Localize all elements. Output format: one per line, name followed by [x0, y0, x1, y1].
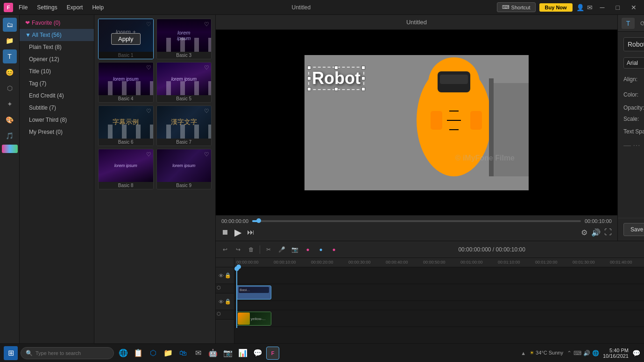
category-subtitle[interactable]: Subtitle (7) — [20, 102, 94, 114]
grid-item-basic9[interactable]: lorem ipsum ♡ Basic 9 — [156, 149, 212, 189]
toolbar-filter-icon[interactable]: ⬡ — [3, 81, 17, 95]
step-forward-icon[interactable]: ⏭ — [247, 228, 255, 237]
clip-video[interactable]: yellow-... — [236, 312, 271, 326]
menu-help[interactable]: Help — [90, 3, 106, 12]
menu-settings[interactable]: Settings — [35, 3, 59, 12]
favorite-icon-basic5[interactable]: ♡ — [204, 64, 209, 71]
taskbar-filme-icon[interactable]: F — [266, 347, 279, 360]
font-select[interactable]: Arial ▼ — [623, 57, 644, 69]
toolbar-effect-icon[interactable]: ✦ — [3, 97, 17, 111]
toolbar-emoji-icon[interactable]: 😊 — [3, 65, 17, 79]
up-arrow-icon[interactable]: ▲ — [521, 350, 526, 356]
chevron-icon[interactable]: ⌃ — [567, 350, 572, 356]
taskbar-photo-icon[interactable]: 📷 — [221, 347, 234, 360]
delete-icon[interactable]: 🗑 — [246, 244, 257, 255]
grid-item-basic4[interactable]: lorem ipsum ♡ Basic 4 — [98, 62, 154, 103]
taskbar-edge-icon[interactable]: ⬡ — [147, 347, 160, 360]
network-icon[interactable]: 🌐 — [592, 350, 599, 356]
marker-icon[interactable]: ● — [315, 244, 326, 255]
text-name-input[interactable] — [623, 37, 644, 51]
apply-button[interactable]: Apply — [111, 33, 141, 45]
favorite-icon-basic8[interactable]: ♡ — [146, 151, 151, 158]
camera-icon[interactable]: 📷 — [289, 244, 300, 255]
category-favorite[interactable]: ❤ Favorite (0) — [20, 17, 94, 29]
favorite-icon-basic6[interactable]: ♡ — [146, 108, 151, 114]
settings-icon[interactable]: ⚙ — [581, 228, 587, 237]
grid-item-basic5[interactable]: lorem ipsum ♡ Basic 5 — [156, 62, 212, 103]
maximize-button[interactable]: □ — [612, 4, 623, 11]
shortcut-button[interactable]: ⌨ Shortcut — [497, 2, 536, 12]
cut-icon[interactable]: ✂ — [263, 244, 274, 255]
category-tag[interactable]: Tag (7) — [20, 77, 94, 90]
favorite-icon-basic9[interactable]: ♡ — [204, 151, 209, 158]
favorite-icon-basic3[interactable]: ♡ — [204, 21, 209, 28]
category-my-preset[interactable]: My Preset (0) — [20, 126, 94, 138]
progress-bar[interactable] — [252, 220, 581, 222]
search-input[interactable] — [35, 350, 109, 356]
close-button[interactable]: ✕ — [627, 4, 640, 11]
taskbar-skype-icon[interactable]: 💬 — [251, 347, 264, 360]
user-icon[interactable]: 👤 — [576, 4, 584, 11]
toolbar-media-icon[interactable]: 🗂 — [3, 18, 17, 32]
grid-item-basic8[interactable]: lorem ipsum ♡ Basic 8 — [98, 149, 154, 189]
taskbar-store-icon[interactable]: 🛍 — [177, 347, 190, 360]
taskbar-mail-icon[interactable]: ✉ — [191, 347, 205, 360]
toolbar-color-icon[interactable]: 🎨 — [3, 113, 17, 127]
handle-lm[interactable] — [307, 77, 311, 80]
toolbar-folder-icon[interactable]: 📁 — [3, 34, 17, 48]
grid-item-basic1[interactable]: lorem + sum ♡ Apply Basic 1 — [98, 19, 154, 59]
handle-tl[interactable] — [307, 66, 311, 70]
clip-text[interactable]: Basi... — [236, 285, 271, 299]
category-plain-text[interactable]: Plain Text (8) — [20, 41, 94, 53]
tab-text-props[interactable]: T — [622, 18, 635, 29]
voice-icon[interactable]: 🎤 — [276, 244, 287, 255]
category-title[interactable]: Title (10) — [20, 65, 94, 77]
volume-icon[interactable]: 🔊 — [591, 228, 601, 237]
notification-icon[interactable]: 💬 — [632, 349, 640, 357]
handle-rm[interactable] — [361, 77, 365, 80]
track2-lock-icon[interactable]: 🔒 — [225, 299, 231, 305]
start-button[interactable]: ⊞ — [4, 346, 18, 360]
track1-eye-icon[interactable]: 👁 — [219, 273, 224, 278]
track1-lock-icon[interactable]: 🔒 — [225, 272, 231, 278]
taskbar-task-icon[interactable]: 📋 — [132, 347, 145, 360]
grid-item-basic6[interactable]: 字幕示例 ♡ Basic 6 — [98, 105, 154, 146]
fullscreen-icon[interactable]: ⛶ — [604, 228, 612, 237]
handle-tm[interactable] — [334, 66, 338, 70]
favorite-icon-basic7[interactable]: ♡ — [204, 108, 209, 114]
grid-item-basic3[interactable]: lorem ipsum ♡ Basic 3 — [156, 19, 212, 59]
handle-br[interactable] — [361, 87, 365, 91]
taskbar-excel-icon[interactable]: 📊 — [236, 347, 249, 360]
favorite-icon-basic4[interactable]: ♡ — [146, 64, 151, 71]
category-end-credit[interactable]: End Credit (4) — [20, 90, 94, 102]
marker2-icon[interactable]: ● — [328, 244, 340, 255]
minimize-button[interactable]: ─ — [596, 4, 609, 11]
handle-tr[interactable] — [361, 66, 365, 70]
grid-item-basic7[interactable]: 漢字文字 ♡ Basic 7 — [156, 105, 212, 146]
taskbar-ai-icon[interactable]: 🤖 — [206, 347, 219, 360]
tab-animation[interactable]: ⟳ — [637, 18, 644, 29]
timeline-scroll[interactable]: 00:00:00:00 00:00:10:00 00:00:20:00 00:0… — [234, 258, 644, 343]
toolbar-audio-icon[interactable]: 🎵 — [3, 129, 17, 143]
handle-bm[interactable] — [334, 87, 338, 91]
mail-icon[interactable]: ✉ — [587, 4, 593, 11]
category-opener[interactable]: Opener (12) — [20, 53, 94, 65]
taskbar-search[interactable]: 🔍 — [21, 347, 114, 359]
category-lower-third[interactable]: Lower Third (8) — [20, 114, 94, 126]
toolbar-text-icon[interactable]: T — [3, 49, 17, 63]
speaker-icon[interactable]: 🔊 — [583, 350, 590, 356]
toolbar-gradient-icon[interactable] — [2, 145, 18, 153]
buy-now-button[interactable]: Buy Now — [539, 3, 573, 12]
menu-export[interactable]: Export — [65, 3, 85, 12]
undo-icon[interactable]: ↩ — [219, 244, 231, 255]
save-preset-button[interactable]: Save as Preset — [623, 223, 644, 236]
taskbar-explore-icon[interactable]: 🌐 — [117, 347, 130, 360]
keyboard-icon[interactable]: ⌨ — [573, 350, 581, 356]
track2-eye-icon[interactable]: 👁 — [219, 299, 224, 305]
handle-bl[interactable] — [307, 87, 311, 91]
redo-icon[interactable]: ↪ — [233, 244, 244, 255]
text-selection-box[interactable]: Robot — [308, 67, 364, 90]
taskbar-explorer-icon[interactable]: 📁 — [162, 347, 175, 360]
menu-file[interactable]: File — [17, 3, 29, 12]
category-all-text[interactable]: ▼ All Text (56) — [20, 29, 94, 41]
